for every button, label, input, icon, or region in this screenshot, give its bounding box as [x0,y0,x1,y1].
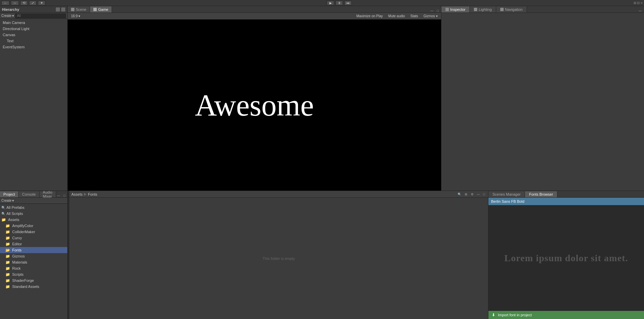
tab-scene[interactable]: Scene [68,6,90,13]
fonts-preview-text: Lorem ipsum dolor sit amet. [504,253,628,264]
svg-rect-1 [93,8,97,11]
gizmos-dropdown[interactable]: Gizmos ▾ [422,14,439,19]
project-tabs: Project Console Audio Mixer — □ [0,191,67,198]
right-panel: Inspector Lighting Navigation — [441,6,644,191]
fonts-browser-panel: Scenes Manager Fonts Browser Berlin Sans… [488,191,644,319]
tree-standard-assets[interactable]: 📁 Standard Assets [0,284,67,290]
tree-curvy[interactable]: 📁 Curvy [0,235,67,241]
hierarchy-panel: Hierarchy Create ▾ Main Camera Direction… [0,6,68,191]
navigation-tab-icon [500,8,504,11]
tree-materials[interactable]: 📁 Materials [0,259,67,265]
empty-folder-message: This folder is empty [262,256,295,261]
game-viewport: Awesome [68,20,441,191]
file-maximize-btn[interactable]: □ [482,193,486,196]
tab-inspector[interactable]: Inspector [441,6,470,13]
mute-audio-btn[interactable]: Mute audio [387,14,406,19]
folder-icon-fonts: 📂 [5,248,10,252]
center-minimize-btn[interactable]: — [430,9,435,13]
pause-button[interactable]: ⏸ [336,1,343,5]
tree-rock[interactable]: 📁 Rock [0,265,67,271]
lighting-tab-icon [474,8,477,11]
hier-item-event-system[interactable]: EventSystem [0,44,67,50]
file-search-btn[interactable]: 🔍 [457,193,462,196]
tree-scripts[interactable]: 📁 Scripts [0,271,67,277]
right-panel-minimize[interactable]: — [638,9,643,13]
game-tab-icon [93,8,97,11]
toolbar-btn-1[interactable]: ← [1,1,9,5]
folder-icon-collider: 📁 [5,230,10,234]
tab-audio-mixer[interactable]: Audio Mixer [40,191,56,197]
center-maximize-btn[interactable]: □ [436,9,440,13]
tab-scenes-manager[interactable]: Scenes Manager [488,191,525,197]
file-browser-panel: Assets ▶ Fonts 🔍 ⊞ ⚙ — □ This folder is … [69,191,488,319]
hier-item-canvas[interactable]: Canvas [0,32,67,38]
tree-amplify-color[interactable]: 📁 AmplifyColor [0,223,67,229]
hierarchy-create-btn[interactable]: Create ▾ [1,14,14,18]
hierarchy-lock-icon[interactable] [56,7,60,11]
right-panel-tabs: Inspector Lighting Navigation — [441,6,644,13]
font-selected-bar: Berlin Sans FB Bold [488,198,644,205]
project-minimize[interactable]: — [56,194,61,197]
tab-lighting[interactable]: Lighting [470,6,496,13]
file-view-btn[interactable]: ⊞ [464,193,468,196]
hier-item-text[interactable]: Text [0,38,67,44]
folder-icon-rock: 📁 [5,266,10,271]
import-icon: ⬇ [491,313,496,317]
toolbar-btn-5[interactable]: ✦ [38,1,45,5]
search-icon-prefabs: 🔍 [1,206,5,210]
toolbar-center: ▶ ⏸ ⏭ [47,1,632,5]
tab-console[interactable]: Console [19,191,39,197]
tree-fonts[interactable]: 📂 Fonts [0,247,67,253]
file-minimize-btn[interactable]: — [476,193,481,196]
toolbar-right: ⊞ ⊟ ≡ [634,1,643,5]
tree-editor[interactable]: 📁 Editor [0,241,67,247]
hierarchy-header-icons [56,7,65,11]
hier-item-main-camera[interactable]: Main Camera [0,20,67,26]
inspector-content [441,13,644,191]
tree-all-prefabs[interactable]: 🔍 All Prefabs [0,204,67,211]
breadcrumb: Assets ▶ Fonts [71,192,97,196]
aspect-dropdown[interactable]: 16:9 ▾ [70,14,82,19]
bottom-section: Project Console Audio Mixer — □ Create ▾… [0,191,644,319]
folder-icon-curvy: 📁 [5,236,10,240]
project-create-btn[interactable]: Create ▾ [1,199,14,202]
file-toolbar-right: 🔍 ⊞ ⚙ — □ [457,193,486,196]
tab-fonts-browser[interactable]: Fonts Browser [525,191,557,197]
file-settings-btn[interactable]: ⚙ [470,193,475,196]
tree-shader-forge[interactable]: 📁 ShaderForge [0,277,67,284]
project-tree: 🔍 All Prefabs 🔍 All Scripts 📁 Assets 📁 A… [0,204,67,319]
import-font-label: Import font in project [498,313,532,317]
scene-tab-icon [71,8,74,11]
hier-item-directional-light[interactable]: Directional Light [0,26,67,32]
folder-icon-gizmos: 📁 [5,254,10,259]
import-font-btn[interactable]: ⬇ Import font in project [488,311,644,319]
stats-btn[interactable]: Stats [409,14,419,19]
tree-all-scripts[interactable]: 🔍 All Scripts [0,211,67,217]
tree-gizmos[interactable]: 📁 Gizmos [0,253,67,259]
toolbar-btn-2[interactable]: ↔ [11,1,19,5]
selected-font-name: Berlin Sans FB Bold [491,199,524,203]
toolbar-btn-4[interactable]: ⤢ [29,1,37,5]
toolbar-btn-3[interactable]: ⟲ [20,1,28,5]
inspector-tab-icon [445,8,449,11]
hierarchy-search-input[interactable] [15,14,66,18]
tab-game[interactable]: Game [90,6,112,13]
folder-icon-assets: 📁 [1,218,6,222]
project-maximize[interactable]: □ [63,194,66,197]
step-button[interactable]: ⏭ [344,1,352,5]
hierarchy-menu-icon[interactable] [61,7,65,11]
play-button[interactable]: ▶ [327,1,334,5]
awesome-text-display: Awesome [195,88,314,123]
maximize-on-play-btn[interactable]: Maximize on Play [355,14,384,19]
folder-icon-editor: 📁 [5,242,10,246]
tree-collider-maker[interactable]: 📁 ColliderMaker [0,229,67,235]
tab-project[interactable]: Project [0,191,19,197]
breadcrumb-assets[interactable]: Assets [71,192,83,196]
folder-icon-standard: 📁 [5,285,10,289]
tree-assets-root[interactable]: 📁 Assets [0,217,67,223]
hierarchy-header: Hierarchy [0,6,67,13]
breadcrumb-fonts[interactable]: Fonts [88,192,97,196]
game-toolbar-right: Maximize on Play Mute audio Stats Gizmos… [355,14,439,19]
center-panel: Scene Game — □ 16:9 ▾ Maximize on Play [68,6,441,191]
tab-navigation[interactable]: Navigation [496,6,527,13]
